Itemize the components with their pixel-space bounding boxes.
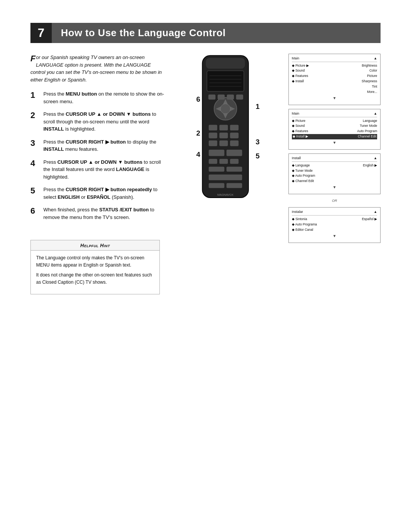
svg-text:4: 4 xyxy=(196,150,200,158)
svg-point-12 xyxy=(220,104,230,114)
svg-rect-29 xyxy=(219,159,228,164)
screen1-row-4: ◆ InstallSharpness xyxy=(292,79,377,84)
svg-rect-16 xyxy=(236,94,243,99)
screen1-row-5: Tint xyxy=(292,84,377,89)
screen1-down-arrow: ▼ xyxy=(292,96,377,101)
right-column: Main ▲ ◆ Picture ▶Brightness ◆ SoundColo… xyxy=(288,54,381,294)
svg-rect-14 xyxy=(217,94,225,99)
svg-text:1: 1 xyxy=(255,102,259,110)
helpful-hint-box: Helpful Hint The Language control only m… xyxy=(30,240,160,294)
screen-diagram-2: Main ▲ ◆ PictureLanguage ◆ SoundTuner Mo… xyxy=(288,109,381,150)
svg-rect-28 xyxy=(209,159,217,164)
screen1-title-row: Main ▲ xyxy=(292,56,377,62)
step-number-3: 3 xyxy=(30,138,41,148)
step-text-4: Press CURSOR UP ▲ or DOWN ▼ buttons to s… xyxy=(43,158,166,181)
intro-paragraph: For our Spanish speaking TV owners an on… xyxy=(30,54,166,83)
svg-rect-21 xyxy=(219,133,228,138)
svg-rect-2 xyxy=(207,71,244,91)
screen2-row-4-selected: ◆ Install ▶Channel Edit xyxy=(292,134,377,139)
screen2-arrow: ▲ xyxy=(374,111,377,116)
screen3-title: Install xyxy=(292,156,301,161)
screen1-row-6: More... xyxy=(292,89,377,95)
svg-rect-23 xyxy=(209,141,217,146)
screen4-title: Instalar xyxy=(292,209,303,214)
hint-title: Helpful Hint xyxy=(31,240,159,251)
screen-diagram-4: Instalar ▲ ◆ SintoniaEspañol ▶ ◆ Auto Pr… xyxy=(288,207,381,243)
chapter-number: 7 xyxy=(30,23,52,43)
screen4-title-row: Instalar ▲ xyxy=(292,209,377,216)
screen4-row-2: ◆ Auto Programa xyxy=(292,222,377,227)
svg-rect-24 xyxy=(219,141,228,146)
screen1-row-2: ◆ SoundColor xyxy=(292,68,377,73)
svg-text:5: 5 xyxy=(255,152,259,160)
center-column: MAGNAVOX 6 1 2 4 3 5 xyxy=(175,54,279,294)
step-4: 4 Press CURSOR UP ▲ or DOWN ▼ buttons to… xyxy=(30,158,166,181)
svg-text:6: 6 xyxy=(196,95,200,103)
screen4-down-arrow: ▼ xyxy=(292,233,377,239)
step-text-3: Press the CURSOR RIGHT ▶ button to displ… xyxy=(43,138,166,153)
screen2-down-arrow: ▼ xyxy=(292,140,377,145)
step-number-1: 1 xyxy=(30,90,41,100)
step-5: 5 Press the CURSOR RIGHT ▶ button repeat… xyxy=(30,186,166,201)
svg-rect-26 xyxy=(209,150,224,156)
screen1-title: Main xyxy=(292,56,299,61)
svg-rect-30 xyxy=(230,159,238,164)
screen3-row-3: ◆ Auto Program xyxy=(292,173,377,179)
main-content: For our Spanish speaking TV owners an on… xyxy=(30,54,381,294)
drop-cap: F xyxy=(30,54,35,63)
svg-rect-17 xyxy=(209,125,217,131)
step-text-5: Press the CURSOR RIGHT ▶ button repeated… xyxy=(43,186,166,201)
svg-rect-1 xyxy=(206,58,245,69)
svg-text:3: 3 xyxy=(255,138,259,146)
screen1-row-1: ◆ Picture ▶Brightness xyxy=(292,63,377,69)
svg-rect-25 xyxy=(230,141,238,146)
svg-rect-35 xyxy=(226,183,242,188)
step-3: 3 Press the CURSOR RIGHT ▶ button to dis… xyxy=(30,138,166,153)
screen1-row-3: ◆ FeaturesPicture xyxy=(292,73,377,79)
screen3-down-arrow: ▼ xyxy=(292,185,377,190)
svg-rect-27 xyxy=(226,150,242,156)
screen3-title-row: Install ▲ xyxy=(292,156,377,162)
svg-rect-20 xyxy=(209,133,217,138)
title-bar: 7 How to Use the Language Control xyxy=(30,23,381,43)
screen2-title-row: Main ▲ xyxy=(292,111,377,117)
svg-rect-32 xyxy=(226,167,242,172)
hint-body: The Language control only makes the TV's… xyxy=(31,251,159,286)
remote-svg: MAGNAVOX 6 1 2 4 3 5 xyxy=(187,54,267,214)
hint-paragraph-1: The Language control only makes the TV's… xyxy=(36,254,154,268)
screen1-arrow: ▲ xyxy=(374,56,377,61)
svg-text:2: 2 xyxy=(196,129,200,137)
step-6: 6 When finished, press the STATUS /EXIT … xyxy=(30,206,166,221)
svg-rect-34 xyxy=(209,183,224,188)
svg-text:MAGNAVOX: MAGNAVOX xyxy=(217,193,234,197)
step-2: 2 Press the CURSOR UP ▲ or DOWN ▼ button… xyxy=(30,110,166,133)
left-column: For our Spanish speaking TV owners an on… xyxy=(30,54,166,294)
step-text-1: Press the MENU button on the remote to s… xyxy=(43,90,166,105)
step-number-5: 5 xyxy=(30,186,41,196)
screen2-row-3: ◆ FeaturesAuto Program xyxy=(292,129,377,134)
screen2-row-1: ◆ PictureLanguage xyxy=(292,118,377,124)
screen-diagram-1: Main ▲ ◆ Picture ▶Brightness ◆ SoundColo… xyxy=(288,54,381,105)
screen3-row-2: ◆ Tuner Mode xyxy=(292,168,377,174)
svg-rect-13 xyxy=(208,94,215,99)
step-number-2: 2 xyxy=(30,110,41,120)
step-text-6: When finished, press the STATUS /EXIT bu… xyxy=(43,206,166,221)
svg-rect-15 xyxy=(227,94,234,99)
svg-rect-19 xyxy=(230,125,238,131)
page-title: How to Use the Language Control xyxy=(52,23,381,43)
svg-rect-18 xyxy=(219,125,228,131)
screen4-row-1: ◆ SintoniaEspañol ▶ xyxy=(292,217,377,222)
screen2-row-2: ◆ SoundTuner Mode xyxy=(292,123,377,129)
screen4-arrow: ▲ xyxy=(374,209,377,214)
screen3-arrow: ▲ xyxy=(374,156,377,161)
hint-paragraph-2: It does not change the other on-screen t… xyxy=(36,272,154,286)
step-number-6: 6 xyxy=(30,206,41,216)
screen4-row-3: ◆ Editor Canal xyxy=(292,227,377,233)
or-divider: OR xyxy=(288,199,381,203)
svg-rect-33 xyxy=(209,174,242,180)
svg-rect-31 xyxy=(209,167,224,172)
remote-control-image: MAGNAVOX 6 1 2 4 3 5 xyxy=(187,54,267,221)
screen-diagram-3: Install ▲ ◆ LanguageEnglish ▶ ◆ Tuner Mo… xyxy=(288,153,381,194)
step-text-2: Press the CURSOR UP ▲ or DOWN ▼ buttons … xyxy=(43,110,166,133)
svg-rect-22 xyxy=(230,133,238,138)
